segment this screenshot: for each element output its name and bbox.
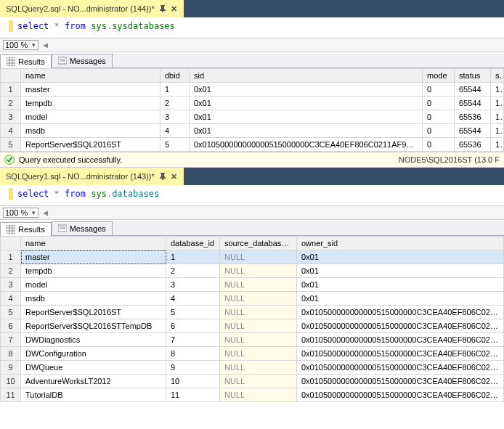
close-icon[interactable]: ✕ bbox=[171, 5, 178, 12]
row-number[interactable]: 4 bbox=[1, 292, 21, 306]
table-row[interactable]: 4msdb4NULL0x01 bbox=[1, 292, 504, 306]
cell-st[interactable]: 1 bbox=[491, 124, 504, 138]
cell-status[interactable]: 65544 bbox=[455, 124, 491, 138]
row-number[interactable]: 5 bbox=[1, 306, 21, 319]
cell-database-id[interactable]: 11 bbox=[166, 388, 220, 402]
cell-name[interactable]: msdb bbox=[21, 124, 160, 138]
cell-owner-sid[interactable]: 0x010500000000000515000000C3CEA40EF806C0… bbox=[297, 306, 504, 319]
cell-name[interactable]: DWQueue bbox=[21, 361, 166, 375]
close-icon[interactable]: ✕ bbox=[171, 173, 178, 180]
table-row[interactable]: 9DWQueue9NULL0x010500000000000515000000C… bbox=[1, 361, 504, 375]
grid-corner[interactable] bbox=[1, 69, 21, 83]
cell-database-id[interactable]: 10 bbox=[166, 375, 220, 388]
cell-name[interactable]: ReportServer$SQL2016STTempDB bbox=[21, 319, 166, 333]
scroll-left-icon[interactable]: ◄ bbox=[41, 41, 49, 49]
cell-database-id[interactable]: 8 bbox=[166, 347, 220, 361]
grid-corner[interactable] bbox=[1, 237, 21, 250]
cell-dbid[interactable]: 2 bbox=[160, 97, 190, 110]
cell-database-id[interactable]: 4 bbox=[166, 292, 220, 306]
cell-name[interactable]: model bbox=[21, 110, 160, 124]
cell-owner-sid[interactable]: 0x010500000000000515000000C3CEA40EF806C0… bbox=[297, 361, 504, 375]
cell-database-id[interactable]: 7 bbox=[166, 333, 220, 347]
cell-mode[interactable]: 0 bbox=[423, 83, 455, 97]
editor-tab[interactable]: SQLQuery1.sql - NO...dministrator (143))… bbox=[0, 168, 184, 185]
table-row[interactable]: 8DWConfiguration8NULL0x01050000000000051… bbox=[1, 347, 504, 361]
row-number[interactable]: 6 bbox=[1, 319, 21, 333]
cell-status[interactable]: 65544 bbox=[455, 83, 491, 97]
cell-name[interactable]: tempdb bbox=[21, 264, 166, 278]
row-number[interactable]: 9 bbox=[1, 361, 21, 375]
col-sid[interactable]: sid bbox=[190, 69, 423, 83]
cell-name[interactable]: DWDiagnostics bbox=[21, 333, 166, 347]
cell-source-db[interactable]: NULL bbox=[220, 292, 297, 306]
table-row[interactable]: 11TutorialDB11NULL0x01050000000000051500… bbox=[1, 388, 504, 402]
cell-dbid[interactable]: 5 bbox=[160, 138, 190, 152]
row-number[interactable]: 2 bbox=[1, 264, 21, 278]
cell-status[interactable]: 65536 bbox=[455, 110, 491, 124]
cell-source-db[interactable]: NULL bbox=[220, 306, 297, 319]
cell-name[interactable]: tempdb bbox=[21, 97, 160, 110]
row-number[interactable]: 5 bbox=[1, 138, 21, 152]
cell-source-db[interactable]: NULL bbox=[220, 278, 297, 292]
col-database-id[interactable]: database_id bbox=[166, 237, 220, 250]
cell-status[interactable]: 65536 bbox=[455, 138, 491, 152]
cell-source-db[interactable]: NULL bbox=[220, 319, 297, 333]
cell-source-db[interactable]: NULL bbox=[220, 375, 297, 388]
cell-source-db[interactable]: NULL bbox=[220, 388, 297, 402]
zoom-dropdown[interactable]: 100 % ▼ bbox=[3, 40, 38, 50]
table-row[interactable]: 2tempdb2NULL0x01 bbox=[1, 264, 504, 278]
cell-mode[interactable]: 0 bbox=[423, 138, 455, 152]
col-st[interactable]: st bbox=[491, 69, 504, 83]
pin-icon[interactable] bbox=[159, 5, 166, 12]
cell-owner-sid[interactable]: 0x01 bbox=[297, 278, 504, 292]
cell-status[interactable]: 65544 bbox=[455, 97, 491, 110]
cell-database-id[interactable]: 2 bbox=[166, 264, 220, 278]
row-number[interactable]: 7 bbox=[1, 333, 21, 347]
table-row[interactable]: 6ReportServer$SQL2016STTempDB6NULL0x0105… bbox=[1, 319, 504, 333]
cell-sid[interactable]: 0x01 bbox=[190, 124, 423, 138]
row-number[interactable]: 11 bbox=[1, 388, 21, 402]
cell-owner-sid[interactable]: 0x01 bbox=[297, 292, 504, 306]
cell-sid[interactable]: 0x01 bbox=[190, 110, 423, 124]
cell-mode[interactable]: 0 bbox=[423, 124, 455, 138]
col-dbid[interactable]: dbid bbox=[160, 69, 190, 83]
cell-owner-sid[interactable]: 0x01 bbox=[297, 264, 504, 278]
table-row[interactable]: 1master1NULL0x01 bbox=[1, 250, 504, 264]
cell-database-id[interactable]: 3 bbox=[166, 278, 220, 292]
row-number[interactable]: 3 bbox=[1, 278, 21, 292]
cell-name[interactable]: msdb bbox=[21, 292, 166, 306]
table-row[interactable]: 7DWDiagnostics7NULL0x0105000000000005150… bbox=[1, 333, 504, 347]
cell-st[interactable]: 1 bbox=[491, 97, 504, 110]
cell-source-db[interactable]: NULL bbox=[220, 250, 297, 264]
cell-st[interactable]: 1 bbox=[491, 138, 504, 152]
zoom-dropdown[interactable]: 100 % ▼ bbox=[3, 208, 38, 218]
cell-source-db[interactable]: NULL bbox=[220, 333, 297, 347]
cell-name[interactable]: TutorialDB bbox=[21, 388, 166, 402]
sql-editor[interactable]: select * from sys.sysdatabases bbox=[0, 17, 504, 38]
cell-owner-sid[interactable]: 0x010500000000000515000000C3CEA40EF806C0… bbox=[297, 333, 504, 347]
cell-database-id[interactable]: 1 bbox=[166, 250, 220, 264]
table-row[interactable]: 2tempdb20x010655441 bbox=[1, 97, 504, 110]
cell-owner-sid[interactable]: 0x010500000000000515000000C3CEA40EF806C0… bbox=[297, 319, 504, 333]
table-row[interactable]: 5ReportServer$SQL2016ST50x01050000000000… bbox=[1, 138, 504, 152]
scroll-left-icon[interactable]: ◄ bbox=[41, 208, 49, 217]
table-row[interactable]: 3model3NULL0x01 bbox=[1, 278, 504, 292]
sql-editor[interactable]: select * from sys.databases bbox=[0, 185, 504, 205]
col-mode[interactable]: mode bbox=[423, 69, 455, 83]
row-number[interactable]: 8 bbox=[1, 347, 21, 361]
results-grid[interactable]: name dbid sid mode status st 1master10x0… bbox=[0, 68, 504, 152]
cell-source-db[interactable]: NULL bbox=[220, 264, 297, 278]
cell-database-id[interactable]: 9 bbox=[166, 361, 220, 375]
row-number[interactable]: 2 bbox=[1, 97, 21, 110]
table-row[interactable]: 3model30x010655361 bbox=[1, 110, 504, 124]
tab-results[interactable]: Results bbox=[0, 222, 52, 236]
row-number[interactable]: 10 bbox=[1, 375, 21, 388]
col-source-db[interactable]: source_database_id bbox=[220, 237, 297, 250]
cell-st[interactable]: 1 bbox=[491, 110, 504, 124]
cell-dbid[interactable]: 3 bbox=[160, 110, 190, 124]
cell-st[interactable]: 1 bbox=[491, 83, 504, 97]
table-row[interactable]: 4msdb40x010655441 bbox=[1, 124, 504, 138]
cell-dbid[interactable]: 4 bbox=[160, 124, 190, 138]
row-number[interactable]: 3 bbox=[1, 110, 21, 124]
cell-sid[interactable]: 0x01 bbox=[190, 97, 423, 110]
